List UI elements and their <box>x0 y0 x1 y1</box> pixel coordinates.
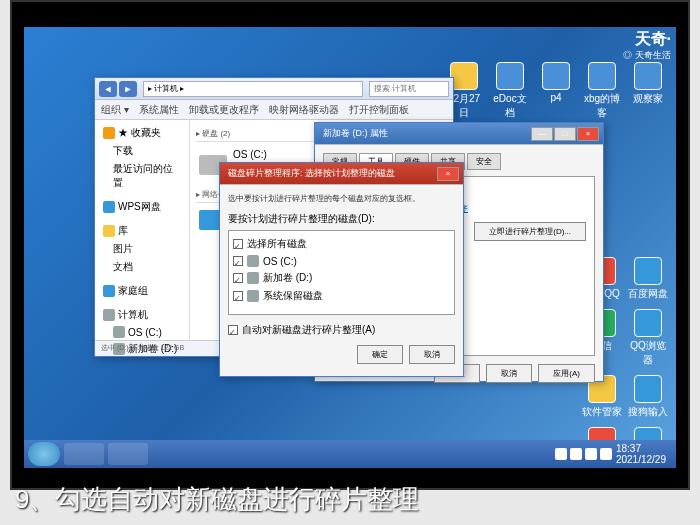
dialog-description: 选中要按计划进行碎片整理的每个磁盘对应的复选框。 <box>228 193 455 204</box>
system-tray: 18:37 2021/12/29 <box>555 443 672 465</box>
tray-icon[interactable] <box>585 448 597 460</box>
back-button[interactable]: ◄ <box>99 81 117 97</box>
sidebar-recent[interactable]: 最近访问的位置 <box>99 160 185 192</box>
tab-security[interactable]: 安全 <box>467 153 501 170</box>
watermark-brand: 天奇· <box>635 29 671 50</box>
auto-defrag-label: 自动对新磁盘进行碎片整理(A) <box>242 323 375 337</box>
sidebar-favorites[interactable]: ★ 收藏夹 <box>99 124 185 142</box>
taskbar-item[interactable] <box>64 443 104 465</box>
sidebar-documents[interactable]: 文档 <box>99 258 185 276</box>
cancel-button[interactable]: 取消 <box>486 364 532 383</box>
checkbox[interactable] <box>233 273 243 283</box>
minimize-button[interactable]: — <box>531 127 553 141</box>
close-button[interactable]: × <box>437 167 459 181</box>
toolbar-item[interactable]: 系统属性 <box>139 103 179 117</box>
apply-button[interactable]: 应用(A) <box>538 364 595 383</box>
checkbox[interactable] <box>233 291 243 301</box>
properties-titlebar[interactable]: 新加卷 (D:) 属性 — □ × <box>315 123 603 145</box>
toolbar-item[interactable]: 映射网络驱动器 <box>269 103 339 117</box>
explorer-toolbar: 组织 ▾ 系统属性 卸载或更改程序 映射网络驱动器 打开控制面板 <box>95 100 453 120</box>
explorer-sidebar: ★ 收藏夹 下载 最近访问的位置 WPS网盘 库 图片 文档 家庭组 计算机 O… <box>95 120 190 340</box>
disk-list: 选择所有磁盘 OS (C:) 新加卷 (D:) 系统保留磁盘 <box>228 230 455 315</box>
explorer-titlebar[interactable]: ◄ ► ▸ 计算机 ▸ <box>95 78 453 100</box>
desktop-icon-grid: 12月27日 eDoc文档 p4 xbg的博客 观察家 <box>444 62 668 120</box>
ok-button[interactable]: 确定 <box>357 345 403 364</box>
auto-defrag-checkbox-row[interactable]: 自动对新磁盘进行碎片整理(A) <box>228 323 455 337</box>
drive-icon <box>247 272 259 284</box>
tray-icon[interactable] <box>600 448 612 460</box>
desktop-icon[interactable]: 搜狗输入 <box>628 375 668 419</box>
close-button[interactable]: × <box>577 127 599 141</box>
disk-row-d[interactable]: 新加卷 (D:) <box>233 269 450 287</box>
drive-icon <box>247 255 259 267</box>
sidebar-wps[interactable]: WPS网盘 <box>99 198 185 216</box>
desktop-icon[interactable]: p4 <box>536 62 576 120</box>
cancel-button[interactable]: 取消 <box>409 345 455 364</box>
checkbox[interactable] <box>233 239 243 249</box>
start-button[interactable] <box>28 442 60 466</box>
search-input[interactable] <box>369 81 449 97</box>
tray-icon[interactable] <box>570 448 582 460</box>
address-bar[interactable]: ▸ 计算机 ▸ <box>143 81 363 97</box>
taskbar: 18:37 2021/12/29 <box>24 440 676 468</box>
sidebar-drive-c[interactable]: OS (C:) <box>99 324 185 340</box>
sidebar-computer[interactable]: 计算机 <box>99 306 185 324</box>
disk-list-label: 要按计划进行碎片整理的磁盘(D): <box>228 212 455 226</box>
desktop-icon[interactable]: QQ浏览器 <box>628 309 668 367</box>
desktop-icon[interactable]: 百度网盘 <box>628 257 668 301</box>
select-all-row[interactable]: 选择所有磁盘 <box>233 235 450 253</box>
toolbar-item[interactable]: 组织 ▾ <box>101 103 129 117</box>
sidebar-libraries[interactable]: 库 <box>99 222 185 240</box>
tray-icon[interactable] <box>555 448 567 460</box>
clock[interactable]: 18:37 2021/12/29 <box>616 443 666 465</box>
sidebar-homegroup[interactable]: 家庭组 <box>99 282 185 300</box>
sidebar-downloads[interactable]: 下载 <box>99 142 185 160</box>
toolbar-item[interactable]: 卸载或更改程序 <box>189 103 259 117</box>
desktop-icon[interactable]: 观察家 <box>628 62 668 120</box>
desktop-icon[interactable]: xbg的博客 <box>582 62 622 120</box>
video-subtitle: 9、勾选自动对新磁盘进行碎片整理 <box>15 482 685 517</box>
sidebar-pictures[interactable]: 图片 <box>99 240 185 258</box>
disk-defrag-dialog: 磁盘碎片整理程序: 选择按计划整理的磁盘 × 选中要按计划进行碎片整理的每个磁盘… <box>219 162 464 377</box>
desktop-icon[interactable]: eDoc文档 <box>490 62 530 120</box>
auto-defrag-checkbox[interactable] <box>228 325 238 335</box>
drive-icon <box>247 290 259 302</box>
forward-button[interactable]: ► <box>119 81 137 97</box>
watermark-sub: ◎ 天奇生活 <box>623 49 671 62</box>
checkbox[interactable] <box>233 256 243 266</box>
defrag-now-button[interactable]: 立即进行碎片整理(D)... <box>474 222 586 241</box>
disk-row-c[interactable]: OS (C:) <box>233 253 450 269</box>
maximize-button[interactable]: □ <box>554 127 576 141</box>
disk-row-e[interactable]: 系统保留磁盘 <box>233 287 450 305</box>
dialog-titlebar[interactable]: 磁盘碎片整理程序: 选择按计划整理的磁盘 × <box>220 163 463 185</box>
taskbar-item[interactable] <box>108 443 148 465</box>
toolbar-item[interactable]: 打开控制面板 <box>349 103 409 117</box>
